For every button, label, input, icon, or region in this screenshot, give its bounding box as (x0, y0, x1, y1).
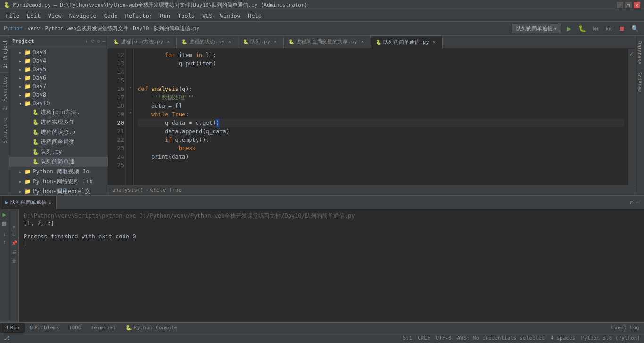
tree-item-Day10[interactable]: ▾📁Day10 (9, 99, 108, 107)
menu-navigate[interactable]: Navigate (66, 12, 100, 20)
run-config-selector[interactable]: 队列的简单通信 ▼ (512, 24, 561, 33)
minimize-button[interactable]: ─ (617, 2, 623, 8)
tree-item-Day3[interactable]: ▸📁Day3 (9, 48, 108, 57)
code-line-25 (138, 161, 624, 170)
code-content[interactable]: for item in li: q.put(item) def analysis… (134, 49, 628, 185)
minimize-panel-icon[interactable]: ─ (636, 199, 640, 206)
bottom-tab-terminal[interactable]: Terminal (86, 323, 121, 333)
tree-item-Day7[interactable]: ▸📁Day7 (9, 82, 108, 90)
tree-item-队列.py[interactable]: 🐍队列.py (9, 147, 108, 157)
debug-button[interactable]: 🐛 (577, 24, 587, 34)
status-python[interactable]: Python 3.6 (Python) (581, 335, 640, 341)
tab-label: 队列的简单通信.py (383, 39, 429, 46)
run-tab-active[interactable]: ▶ 队列的简单通信 ✕ (0, 196, 57, 209)
run-output: D:\Python\venv\Scripts\python.exe D:/Pyt… (19, 209, 644, 322)
maximize-button[interactable]: □ (625, 2, 632, 8)
tab-close-icon[interactable]: ✕ (359, 38, 366, 45)
tree-item-Python-爬取视频_Jo[interactable]: ▸📁Python-爬取视频 Jo (9, 167, 108, 177)
tab-global-var[interactable]: 🐍 进程间全局变量的共享.py ✕ (284, 36, 371, 48)
tab-close-icon[interactable]: ✕ (272, 38, 279, 45)
filter-output-button[interactable]: ⊟ (12, 231, 15, 237)
menu-window[interactable]: Window (216, 12, 244, 20)
run-tab-close-icon[interactable]: ✕ (49, 200, 51, 205)
breadcrumb-day10[interactable]: Day10 (133, 25, 149, 32)
project-tree: ▸📁Day3 ▸📁Day4 ▸📁Day5 ▸📁Day6 ▸📁Day7 ▸📁Day… (9, 47, 108, 195)
tree-item-进程join方法.[interactable]: 🐍进程join方法. (9, 107, 108, 117)
settings-icon[interactable]: ⚙ (97, 38, 100, 44)
tree-item-Python-网络资料_fro[interactable]: ▸📁Python-网络资料 fro (9, 177, 108, 187)
tree-item-进程实现多任[interactable]: 🐍进程实现多任 (9, 117, 108, 127)
status-line-ending[interactable]: CRLF (418, 335, 430, 341)
tree-item-进程间全局变[interactable]: 🐍进程间全局变 (9, 137, 108, 147)
panel-tab-sciview[interactable]: SciView (636, 68, 644, 96)
panel-tab-structure[interactable]: Structure (0, 114, 9, 147)
tree-item-Day4[interactable]: ▸📁Day4 (9, 57, 108, 65)
bottom-tab-todo[interactable]: TODO (64, 323, 86, 333)
gutter: ▾ ▾ (127, 49, 134, 185)
code-line-15 (138, 76, 624, 85)
event-log-button[interactable]: Event Log (606, 325, 644, 331)
menu-code[interactable]: Code (100, 12, 122, 20)
menu-refactor[interactable]: Refactor (121, 12, 156, 20)
print-button[interactable]: 🖨 (12, 249, 17, 254)
tab-close-icon[interactable]: ✕ (431, 39, 438, 45)
run-tabs-bar: ▶ 队列的简单通信 ✕ ⚙ ─ (0, 196, 644, 209)
scroll-to-end-button[interactable]: ↓ (3, 231, 6, 237)
rerun-button[interactable]: ▶ (3, 211, 7, 218)
panel-tab-project[interactable]: 1: Project (0, 36, 9, 72)
run-button[interactable]: ▶ (564, 24, 574, 34)
search-everywhere-button[interactable]: 🔍 (630, 24, 640, 34)
tab-jin-cheng-state[interactable]: 🐍 进程的状态.py ✕ (177, 36, 238, 48)
menu-view[interactable]: View (44, 12, 66, 20)
breadcrumb-venv[interactable]: venv (27, 25, 40, 32)
settings-gear-icon[interactable]: ⚙ (630, 199, 634, 206)
tab-label: 队列.py (250, 38, 270, 45)
code-line-17: '''数据处理''' (138, 93, 624, 102)
menu-file[interactable]: File (2, 12, 23, 20)
scroll-up-button[interactable]: ↑ (3, 239, 6, 245)
tab-queue-comm[interactable]: 🐍 队列的简单通信.py ✕ (371, 36, 443, 48)
tree-item-Day6[interactable]: ▸📁Day6 (9, 74, 108, 82)
status-indent[interactable]: 4 spaces (550, 335, 575, 341)
close-button[interactable]: ✕ (634, 2, 640, 8)
stop-run-button[interactable]: ⏹ (1, 220, 8, 227)
tree-item-队列的简单通[interactable]: 🐍队列的简单通 (9, 157, 108, 167)
tab-close-icon[interactable]: ✕ (226, 38, 233, 45)
editor-checkmark: ✓ (628, 49, 635, 185)
coverage-button[interactable]: ⏮ (590, 24, 601, 34)
breadcrumb-file[interactable]: 队列的简单通信.py (154, 25, 199, 32)
tab-queue[interactable]: 🐍 队列.py ✕ (238, 36, 284, 48)
stop-button[interactable]: ⏹ (617, 24, 627, 34)
profile-button[interactable]: ⏭ (603, 24, 614, 34)
problems-num: 6 (30, 325, 33, 331)
status-encoding[interactable]: UTF-8 (436, 335, 452, 341)
menu-help[interactable]: Help (244, 12, 265, 20)
trash-button[interactable]: 🗑 (12, 258, 17, 263)
tree-item-Day8[interactable]: ▸📁Day8 (9, 90, 108, 99)
status-line-col[interactable]: 5:1 (403, 335, 412, 341)
tab-jin-cheng-join[interactable]: 🐍 进程join方法.py ✕ (108, 36, 177, 48)
soft-wrap-button[interactable]: ≡ (12, 224, 15, 229)
code-line-19: while True: (138, 110, 624, 119)
tab-close-icon[interactable]: ✕ (165, 38, 172, 45)
pin-button[interactable]: 📌 (11, 240, 17, 245)
sync-icon[interactable]: ⟳ (91, 38, 95, 44)
panel-tab-favorites[interactable]: 2: Favorites (0, 72, 9, 114)
bottom-tab-problems[interactable]: 6 Problems (25, 323, 65, 333)
tree-item-Python-调用excel文[interactable]: ▸📁Python-调用excel文 (9, 187, 108, 195)
menu-edit[interactable]: Edit (23, 12, 44, 20)
menu-tools[interactable]: Tools (174, 12, 198, 20)
add-icon[interactable]: ＋ (84, 38, 89, 45)
status-aws[interactable]: AWS: No credentials selected (457, 335, 545, 341)
panel-tab-database[interactable]: Database (636, 38, 644, 68)
menu-vcs[interactable]: VCS (198, 12, 216, 20)
bottom-tab-run[interactable]: 4 Run (0, 323, 25, 333)
menu-run[interactable]: Run (156, 12, 174, 20)
bottom-tab-python-console[interactable]: 🐍 Python Console (121, 323, 182, 333)
toolbar: Python › venv › Python-web全栈开发课堂练习文件 › D… (0, 22, 644, 36)
breadcrumb-dir[interactable]: Python-web全栈开发课堂练习文件 (45, 25, 128, 32)
collapse-icon[interactable]: – (102, 38, 105, 44)
tree-item-Day5[interactable]: ▸📁Day5 (9, 65, 108, 74)
tree-item-进程的状态.p[interactable]: 🐍进程的状态.p (9, 127, 108, 137)
breadcrumb-python[interactable]: Python (4, 25, 23, 32)
